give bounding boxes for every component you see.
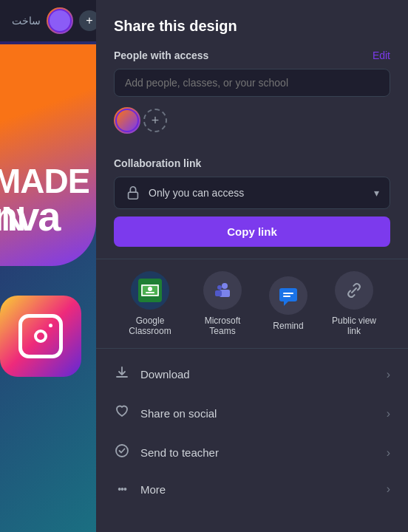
svg-marker-16 [284,301,288,306]
download-menu-item-left: Download [114,365,190,383]
svg-rect-15 [279,288,297,301]
download-menu-item[interactable]: Download › [96,355,408,394]
people-with-access-label: People with access [114,50,208,61]
share-panel: Share this design People with access Edi… [96,0,408,532]
send-teacher-arrow-icon: › [387,446,390,460]
google-classroom-icon [138,279,162,302]
share-options-section: Google Classroom Microsoft Teams [96,259,408,348]
access-option-text: Only you can access [149,187,244,199]
more-left: ••• More [114,483,166,496]
share-on-social-menu-item[interactable]: Share on social › [96,394,408,433]
canvas-instagram-icon [0,296,81,377]
send-teacher-check-icon [114,443,130,462]
svg-rect-17 [283,293,293,294]
remind-icon-circle [269,276,307,315]
lock-icon [125,185,141,201]
user-avatar [114,107,140,134]
access-dropdown-left: Only you can access [125,185,244,201]
more-menu-item[interactable]: ••• More › [96,472,408,506]
add-person-button[interactable]: + [143,109,167,132]
google-classroom-item[interactable]: Google Classroom [124,271,176,336]
panel-title: Share this design [114,18,390,35]
microsoft-teams-label: Microsoft Teams [197,316,248,336]
microsoft-teams-item[interactable]: Microsoft Teams [197,271,248,336]
download-arrow-icon: › [387,368,390,381]
public-view-link-item[interactable]: Public view link [328,271,380,336]
collaboration-link-section: Collaboration link Only you can access ▾… [96,146,408,259]
avatar[interactable] [47,7,73,34]
link-icon [344,281,364,300]
microsoft-teams-icon [212,280,233,301]
google-classroom-icon-circle [131,271,169,310]
send-to-teacher-label: Send to teacher [140,446,219,459]
collaboration-link-label: Collaboration link [114,157,390,169]
edit-link[interactable]: Edit [373,50,390,61]
menu-items-section: Download › Share on social › [96,348,408,512]
remind-label: Remind [273,321,303,331]
more-dots-icon: ••• [114,483,130,495]
download-icon [114,365,130,383]
avatar-image [48,9,72,33]
heart-icon [114,404,130,423]
copy-link-button[interactable]: Copy link [114,216,390,247]
public-view-link-label: Public view link [328,316,380,336]
svg-point-11 [222,283,228,289]
public-view-link-icon-circle [335,271,373,310]
share-on-social-label: Share on social [140,407,217,420]
share-social-arrow-icon: › [387,407,390,420]
more-label: More [140,483,166,496]
canvas-text-canva: nva [0,196,89,237]
svg-point-13 [217,285,222,290]
svg-point-9 [148,287,152,291]
remind-item[interactable]: Remind [269,276,307,331]
send-to-teacher-left: Send to teacher [114,443,219,462]
access-dropdown[interactable]: Only you can access ▾ [114,177,390,209]
remind-icon [278,285,299,306]
svg-point-19 [116,445,128,457]
navbar-arabic-text: ساخت [12,15,41,27]
microsoft-teams-icon-circle [203,271,242,310]
share-on-social-left: Share on social [114,404,217,423]
svg-rect-14 [215,290,222,296]
svg-rect-5 [129,192,138,199]
svg-rect-10 [146,292,154,293]
send-to-teacher-menu-item[interactable]: Send to teacher › [96,433,408,472]
more-arrow-icon: › [387,482,390,496]
google-classroom-label: Google Classroom [124,316,176,336]
panel-header: Share this design People with access Edi… [96,0,408,146]
share-icons-row: Google Classroom Microsoft Teams [114,271,390,336]
people-with-access-row: People with access Edit [114,50,390,61]
svg-rect-18 [283,296,290,297]
avatar-row: + [114,107,390,134]
people-search-input[interactable] [114,69,390,97]
download-label: Download [140,368,190,381]
chevron-down-icon: ▾ [374,187,379,199]
